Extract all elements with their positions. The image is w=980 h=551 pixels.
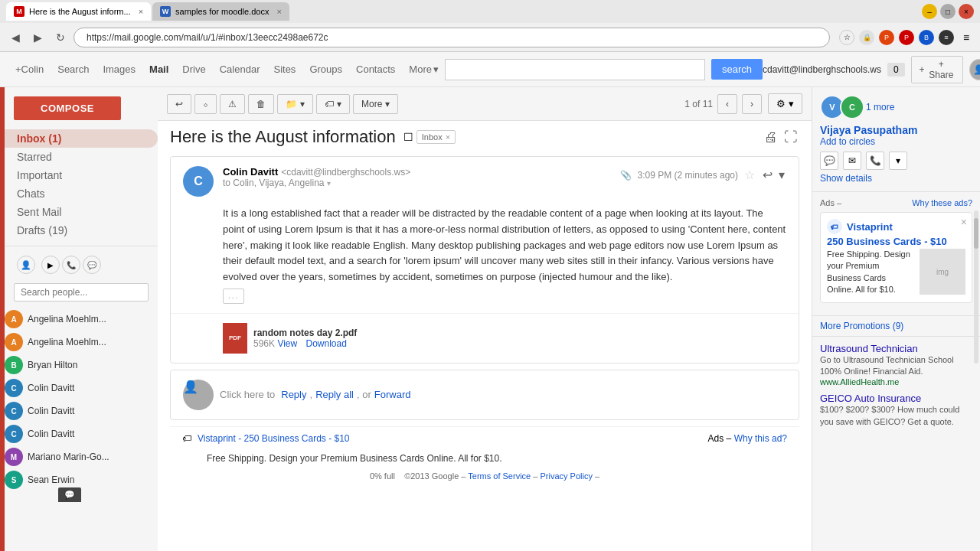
close-btn[interactable]: × <box>959 4 974 19</box>
back-button[interactable]: ◀ <box>6 29 25 46</box>
ext-icon-5[interactable]: ≡ <box>939 30 954 45</box>
why-this-ad-link[interactable]: Why this ad? <box>734 433 787 444</box>
phone-action-btn[interactable]: 📞 <box>866 152 884 170</box>
bookmark-icon[interactable]: ☆ <box>839 30 854 45</box>
people-btn-1[interactable]: 👤 <box>17 256 35 274</box>
nav-colin[interactable]: +Colin <box>9 60 50 78</box>
tab-close-btn[interactable]: × <box>139 7 143 16</box>
label-btn[interactable]: 🏷 ▾ <box>316 94 350 114</box>
contact-item-1[interactable]: A Angelina Moehlm... <box>5 308 158 331</box>
add-to-circles-btn[interactable]: Add to circles <box>820 136 972 147</box>
nav-drive[interactable]: Drive <box>176 60 211 78</box>
inbox-badge-close[interactable]: × <box>446 132 450 142</box>
contact-item-7[interactable]: M Mariano Marin-Go... <box>5 445 158 468</box>
ad-card-close-btn[interactable]: × <box>961 216 967 228</box>
contact-item-8[interactable]: S Sean Erwin <box>5 468 158 491</box>
ext-icon-4[interactable]: B <box>919 30 934 45</box>
chat-action-btn[interactable]: 💬 <box>820 152 838 170</box>
nav-mail[interactable]: Mail <box>143 60 175 78</box>
circle-count-btn[interactable]: 0 <box>887 63 905 77</box>
minimize-btn[interactable]: – <box>922 4 937 19</box>
folder-btn[interactable]: 📁 ▾ <box>277 94 313 114</box>
contact-item-2[interactable]: A Angelina Moehlm... <box>5 331 158 354</box>
ext-icon-3[interactable]: P <box>899 30 914 45</box>
reply-link[interactable]: Reply <box>281 389 306 400</box>
privacy-link[interactable]: Privacy Policy <box>540 471 592 481</box>
people-btn-phone[interactable]: 📞 <box>62 256 80 274</box>
back-to-inbox-btn[interactable]: ↩ <box>167 94 191 114</box>
checkbox-icon[interactable]: ☐ <box>403 131 413 143</box>
forward-button[interactable]: ▶ <box>28 29 47 46</box>
email-action-btn[interactable]: ✉ <box>843 152 861 170</box>
expand-btn[interactable]: ⛶ <box>782 128 799 147</box>
more-action-btn[interactable]: ▾ <box>889 152 907 170</box>
sidebar-item-inbox[interactable]: Inbox (1) <box>5 129 158 148</box>
people-btn-chat[interactable]: 💬 <box>83 256 101 274</box>
ad-price[interactable]: 250 Business Cards - $10 <box>827 236 965 247</box>
prev-page-btn[interactable]: ‹ <box>717 94 737 114</box>
maximize-btn[interactable]: □ <box>940 4 956 19</box>
tab-close-btn-2[interactable]: × <box>276 7 281 16</box>
user-avatar[interactable]: 👤 <box>969 59 980 80</box>
contact-item-6[interactable]: C Colin Davitt <box>5 422 158 445</box>
nav-more[interactable]: More ▾ <box>403 60 445 78</box>
nav-groups[interactable]: Groups <box>303 60 348 78</box>
inactive-tab[interactable]: W samples for moodle.docx × <box>152 2 289 21</box>
download-link[interactable]: Download <box>306 338 347 349</box>
star-btn[interactable]: ☆ <box>744 168 755 182</box>
sidebar-item-chats[interactable]: Chats <box>5 184 158 203</box>
view-link[interactable]: View <box>277 338 297 349</box>
share-btn[interactable]: + + Share <box>911 56 963 83</box>
spam-btn[interactable]: ⚠ <box>220 94 245 114</box>
archive-btn[interactable]: ⬦ <box>194 94 217 114</box>
more-promotions-link[interactable]: More Promotions (9) <box>820 321 903 331</box>
contact-item-4[interactable]: C Colin Davitt <box>5 377 158 399</box>
scrollbar-thumb[interactable] <box>974 218 978 249</box>
ext-icon-2[interactable]: P <box>879 30 894 45</box>
show-more-btn[interactable]: ... <box>223 289 244 304</box>
reply-header[interactable]: 👤 Click here to Reply, Reply all, or For… <box>171 370 799 419</box>
ad-title-row[interactable]: 🏷 Vistaprint <box>827 219 965 234</box>
menu-icon[interactable]: ≡ <box>959 30 974 45</box>
nav-sites[interactable]: Sites <box>267 60 302 78</box>
reload-button[interactable]: ↻ <box>51 29 70 46</box>
ad-bar-link[interactable]: Vistaprint - 250 Business Cards - $10 <box>198 433 350 444</box>
compose-button[interactable]: COMPOSE <box>14 96 121 120</box>
why-these-ads-link[interactable]: Why these ads? <box>912 198 972 207</box>
people-search-input[interactable] <box>14 283 149 302</box>
nav-images[interactable]: Images <box>96 60 142 78</box>
more-btn[interactable]: More ▾ <box>353 94 398 114</box>
show-details-link[interactable]: Show details <box>820 173 972 184</box>
sidebar-item-starred[interactable]: Starred <box>5 148 158 166</box>
other-ad-2-title[interactable]: GEICO Auto Insurance <box>820 393 972 404</box>
google-search-btn[interactable]: search <box>711 59 763 80</box>
contact-more-link[interactable]: 1 more <box>866 102 894 112</box>
address-bar[interactable]: https://mail.google.com/mail/u/1/#inbox/… <box>74 28 830 47</box>
to-expand-arrow[interactable]: ▾ <box>327 179 331 187</box>
contact-name[interactable]: Vijaya Pasupatham <box>820 124 972 136</box>
google-search-input[interactable] <box>445 59 705 80</box>
sidebar-item-important[interactable]: Important <box>5 166 158 184</box>
nav-contacts[interactable]: Contacts <box>350 60 401 78</box>
reply-btn[interactable]: ↩ <box>761 166 774 184</box>
next-page-btn[interactable]: › <box>742 94 762 114</box>
sidebar-item-sent[interactable]: Sent Mail <box>5 203 158 221</box>
nav-search[interactable]: Search <box>51 60 95 78</box>
settings-btn[interactable]: ⚙ ▾ <box>768 93 802 114</box>
contact-item-3[interactable]: B Bryan Hilton <box>5 354 158 377</box>
print-btn[interactable]: 🖨 <box>763 128 779 147</box>
people-btn-video[interactable]: ▶ <box>41 256 60 274</box>
sidebar-item-drafts[interactable]: Drafts (19) <box>5 221 158 240</box>
forward-link[interactable]: Forward <box>374 389 411 400</box>
ext-icon-1[interactable]: 🔒 <box>859 30 874 45</box>
other-ad-1-title[interactable]: Ultrasound Technician <box>820 343 972 354</box>
terms-link[interactable]: Terms of Service <box>468 471 531 481</box>
scrollbar-track[interactable] <box>974 210 978 364</box>
delete-btn[interactable]: 🗑 <box>248 94 274 114</box>
active-tab[interactable]: M Here is the August inform... × <box>6 2 151 21</box>
chat-compose-btn[interactable]: 💬 <box>58 487 81 502</box>
nav-calendar[interactable]: Calendar <box>214 60 266 78</box>
contact-item-5[interactable]: C Colin Davitt <box>5 399 158 422</box>
reply-all-link[interactable]: Reply all <box>315 389 354 400</box>
more-actions-btn[interactable]: ▾ <box>777 166 786 184</box>
